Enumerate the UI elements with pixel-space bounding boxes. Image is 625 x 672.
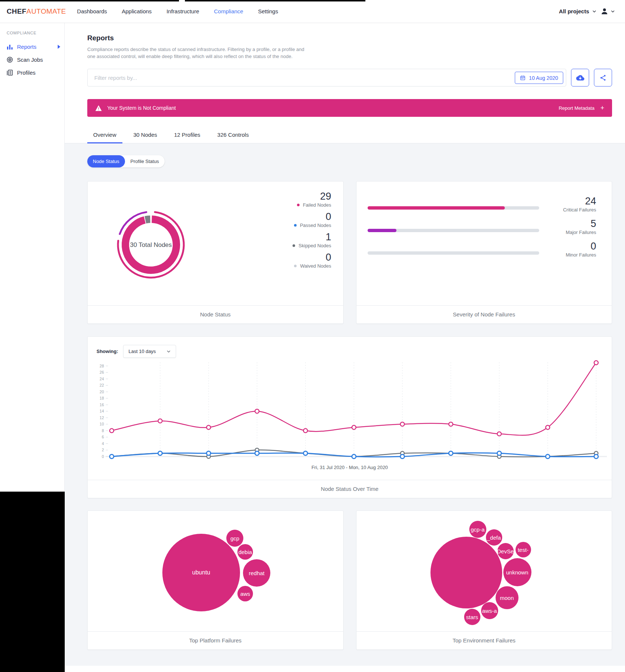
nav-link-compliance[interactable]: Compliance: [214, 8, 243, 14]
report-tabs: Overview30 Nodes12 Profiles326 Controls: [65, 132, 625, 143]
download-report-button[interactable]: [571, 69, 589, 86]
bubble-unknown[interactable]: unknown: [503, 558, 531, 586]
severity-row: 5Major Failures: [368, 218, 597, 236]
date-picker-button[interactable]: 10 Aug 2020: [515, 72, 563, 84]
bubble-redhat[interactable]: redhat: [243, 559, 270, 587]
chevron-down-icon: [592, 9, 597, 14]
legend-dot-icon: [293, 244, 295, 247]
main-content: Reports Compliance reports describe the …: [65, 23, 625, 666]
tab-overview[interactable]: Overview: [87, 132, 122, 143]
nav-link-applications[interactable]: Applications: [122, 8, 152, 14]
bubble-aws[interactable]: aws: [237, 586, 253, 601]
severity-bar-fill: [368, 206, 505, 210]
severity-bar-track: [368, 251, 540, 255]
nav-link-infrastructure[interactable]: Infrastructure: [166, 8, 199, 14]
profiles-icon: [7, 69, 13, 76]
trend-point[interactable]: [110, 429, 114, 433]
tab-30-nodes[interactable]: 30 Nodes: [128, 132, 163, 143]
bubble-aws-a[interactable]: aws-a: [481, 602, 498, 619]
trend-point[interactable]: [255, 451, 259, 455]
chevron-down-icon: [166, 349, 171, 354]
sidebar-item-profiles[interactable]: Profiles: [0, 66, 64, 79]
sidebar-item-label: Reports: [17, 44, 37, 50]
trend-card-title: Node Status Over Time: [88, 480, 612, 498]
svg-text:20: 20: [99, 390, 104, 394]
trend-point[interactable]: [304, 429, 308, 433]
top-navigation-bar: CHEFAUTOMATE DashboardsApplicationsInfra…: [0, 0, 625, 23]
sidebar-item-reports[interactable]: Reports: [0, 40, 64, 53]
trend-point[interactable]: [594, 361, 598, 365]
bubble-label: aws-a: [482, 608, 497, 614]
legend-value: 0: [293, 252, 331, 263]
trend-point[interactable]: [594, 455, 598, 459]
svg-text:14: 14: [99, 409, 104, 413]
top-cards-row: 30 Total Nodes 29Failed Nodes0Passed Nod…: [87, 181, 612, 324]
chevron-right-icon: [57, 45, 61, 49]
trend-point[interactable]: [497, 451, 501, 455]
tab-326-controls[interactable]: 326 Controls: [212, 132, 255, 143]
trend-point[interactable]: [110, 455, 114, 459]
bubble-label: gcp: [230, 535, 239, 542]
donut-svg: 30 Total Nodes: [89, 183, 212, 306]
trend-point[interactable]: [158, 419, 162, 423]
bubble-_defa[interactable]: _defa: [486, 529, 502, 546]
svg-text:10: 10: [99, 422, 104, 426]
bubble-gcp[interactable]: gcp: [226, 530, 243, 547]
trend-point[interactable]: [304, 451, 308, 455]
svg-text:28: 28: [99, 364, 104, 368]
date-range-select[interactable]: Last 10 days: [123, 345, 176, 358]
trend-point[interactable]: [352, 425, 356, 430]
bubble-stars[interactable]: stars: [464, 609, 480, 625]
nav-link-dashboards[interactable]: Dashboards: [77, 8, 107, 14]
sidebar-section-label: COMPLIANCE: [0, 31, 64, 40]
radar-icon: [7, 57, 13, 63]
chef-automate-logo[interactable]: CHEFAUTOMATE: [7, 7, 66, 16]
toggle-profile-status[interactable]: Profile Status: [125, 155, 165, 167]
bubble-test-[interactable]: test-: [516, 542, 531, 557]
trend-point[interactable]: [352, 455, 356, 459]
projects-label: All projects: [559, 8, 589, 14]
trend-point[interactable]: [546, 425, 550, 430]
severity-row: 24Critical Failures: [368, 196, 597, 213]
bubble-label: gcp-a: [471, 526, 485, 533]
filter-reports-input[interactable]: [88, 69, 566, 86]
user-menu[interactable]: [601, 7, 615, 15]
bubble-label: DevSe: [497, 548, 514, 554]
trend-point[interactable]: [546, 455, 550, 459]
bubble-devse[interactable]: DevSe: [497, 543, 514, 559]
trend-point[interactable]: [401, 455, 405, 459]
bubble-moon[interactable]: moon: [496, 586, 518, 609]
severity-value: 5: [553, 218, 596, 229]
trend-point[interactable]: [449, 422, 453, 426]
bubble-label: debia: [239, 549, 252, 555]
date-range-value: Last 10 days: [129, 349, 156, 354]
projects-filter-dropdown[interactable]: All projects: [559, 8, 597, 14]
bubble-debia[interactable]: debia: [237, 544, 253, 560]
donut-skipped-segment[interactable]: [145, 219, 150, 220]
toggle-node-status[interactable]: Node Status: [87, 155, 125, 167]
trend-point[interactable]: [449, 451, 453, 455]
bubble-gcp-a[interactable]: gcp-a: [469, 521, 486, 538]
bubble-label: ubuntu: [192, 569, 210, 576]
node-status-card: 30 Total Nodes 29Failed Nodes0Passed Nod…: [87, 181, 344, 324]
filter-input-container: 10 Aug 2020: [87, 69, 566, 86]
share-report-button[interactable]: [594, 69, 612, 86]
nav-link-settings[interactable]: Settings: [258, 8, 278, 14]
bubble-ubuntu[interactable]: ubuntu: [162, 534, 240, 611]
tab-12-profiles[interactable]: 12 Profiles: [168, 132, 206, 143]
trend-point[interactable]: [207, 451, 211, 455]
report-metadata-label: Report Metadata: [559, 105, 595, 111]
bubble-unlabeled[interactable]: [430, 537, 502, 608]
trend-point[interactable]: [158, 451, 162, 455]
trend-point[interactable]: [255, 409, 259, 413]
trend-point[interactable]: [497, 432, 501, 436]
sidebar-item-scan-jobs[interactable]: Scan Jobs: [0, 53, 64, 66]
severity-card-title: Severity of Node Failures: [357, 305, 612, 323]
severity-card: 24Critical Failures5Major Failures0Minor…: [356, 181, 612, 324]
trend-point[interactable]: [401, 422, 405, 426]
calendar-icon: [520, 75, 526, 81]
trend-point[interactable]: [207, 425, 211, 430]
severity-bars-chart: 24Critical Failures5Major Failures0Minor…: [357, 181, 612, 263]
report-metadata-toggle[interactable]: Report Metadata +: [559, 105, 604, 111]
status-toggle: Node StatusProfile Status: [87, 155, 165, 167]
